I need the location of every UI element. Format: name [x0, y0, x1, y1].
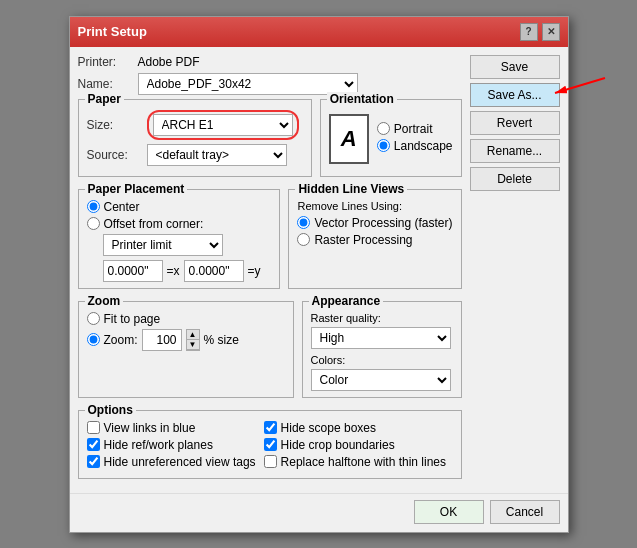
left-panel: Printer: Adobe PDF Name: Adobe_PDF_30x42…	[78, 55, 462, 485]
portrait-radio[interactable]	[377, 122, 390, 135]
delete-button[interactable]: Delete	[470, 167, 560, 191]
orientation-radios: Portrait Landscape	[377, 122, 453, 156]
zoom-down-button[interactable]: ▼	[187, 340, 199, 350]
placement-options: Center Offset from corner: Printer limit	[87, 200, 272, 282]
hidden-line-section: Hidden Line Views Remove Lines Using: Ve…	[288, 189, 461, 289]
hide-crop-checkbox[interactable]	[264, 438, 277, 451]
fit-to-page-radio[interactable]	[87, 312, 100, 325]
center-row: Center	[87, 200, 272, 214]
cancel-button[interactable]: Cancel	[490, 500, 560, 524]
rename-button[interactable]: Rename...	[470, 139, 560, 163]
zoom-up-button[interactable]: ▲	[187, 330, 199, 340]
offset-label: Offset from corner:	[104, 217, 204, 231]
replace-halftone-row: Replace halftone with thin lines	[264, 455, 446, 469]
zoom-section: Zoom Fit to page Zoom: ▲	[78, 301, 294, 398]
raster-radio[interactable]	[297, 233, 310, 246]
name-label: Name:	[78, 77, 138, 91]
red-arrow-annotation	[545, 73, 615, 108]
hide-scope-checkbox[interactable]	[264, 421, 277, 434]
title-bar-buttons: ? ✕	[520, 23, 560, 41]
paper-size-outline: ARCH E1 Letter A4	[147, 110, 299, 140]
hide-crop-label: Hide crop boundaries	[281, 438, 395, 452]
raster-quality-select[interactable]: High Medium Low	[311, 327, 451, 349]
zoom-label: Zoom:	[104, 333, 138, 347]
paper-orientation-section: Paper Size: ARCH E1 Letter A4 Source:	[78, 99, 462, 183]
size-label: Size:	[87, 118, 147, 132]
options-right-col: Hide scope boxes Hide crop boundaries Re…	[264, 421, 446, 472]
view-links-checkbox[interactable]	[87, 421, 100, 434]
hide-unreferenced-label: Hide unreferenced view tags	[104, 455, 256, 469]
options-section: Options View links in blue Hide ref/work…	[78, 410, 462, 479]
dialog-body: Printer: Adobe PDF Name: Adobe_PDF_30x42…	[70, 47, 568, 493]
y-label: =y	[248, 264, 261, 278]
zoom-options: Fit to page Zoom: ▲ ▼ % siz	[87, 312, 285, 351]
name-row: Name: Adobe_PDF_30x42	[78, 73, 462, 95]
hide-ref-row: Hide ref/work planes	[87, 438, 256, 452]
printer-value: Adobe PDF	[138, 55, 200, 69]
options-section-label: Options	[85, 403, 136, 417]
zoom-value-input[interactable]	[142, 329, 182, 351]
paper-source-row: Source: <default tray>	[87, 144, 303, 166]
appearance-section: Appearance Raster quality: High Medium L…	[302, 301, 462, 398]
print-setup-dialog: Print Setup ? ✕ Printer: Adobe PDF Name:…	[69, 16, 569, 533]
percent-label: % size	[204, 333, 239, 347]
hide-scope-label: Hide scope boxes	[281, 421, 376, 435]
options-left-col: View links in blue Hide ref/work planes …	[87, 421, 256, 472]
paper-size-select[interactable]: ARCH E1 Letter A4	[153, 114, 293, 136]
hide-crop-row: Hide crop boundaries	[264, 438, 446, 452]
hide-ref-checkbox[interactable]	[87, 438, 100, 451]
printer-row: Printer: Adobe PDF	[78, 55, 462, 69]
help-button[interactable]: ?	[520, 23, 538, 41]
printer-label: Printer:	[78, 55, 138, 69]
view-links-row: View links in blue	[87, 421, 256, 435]
landscape-row: Landscape	[377, 139, 453, 153]
offset-limit-select[interactable]: Printer limit	[103, 234, 223, 256]
orientation-section-label: Orientation	[327, 92, 397, 106]
zoom-section-label: Zoom	[85, 294, 124, 308]
revert-button[interactable]: Revert	[470, 111, 560, 135]
appearance-options: Raster quality: High Medium Low Colors: …	[311, 312, 453, 391]
portrait-label: Portrait	[394, 122, 433, 136]
close-button[interactable]: ✕	[542, 23, 560, 41]
zoom-radio[interactable]	[87, 333, 100, 346]
placement-hidden-section: Paper Placement Center Offset from corne…	[78, 189, 462, 295]
ok-button[interactable]: OK	[414, 500, 484, 524]
y-coord-input[interactable]	[184, 260, 244, 282]
coord-row: =x =y	[103, 260, 272, 282]
zoom-row: Zoom: ▲ ▼ % size	[87, 329, 285, 351]
hide-unreferenced-checkbox[interactable]	[87, 455, 100, 468]
hide-ref-label: Hide ref/work planes	[104, 438, 213, 452]
source-label: Source:	[87, 148, 147, 162]
x-label: =x	[167, 264, 180, 278]
view-links-label: View links in blue	[104, 421, 196, 435]
hide-unreferenced-row: Hide unreferenced view tags	[87, 455, 256, 469]
hidden-line-label: Hidden Line Views	[295, 182, 407, 196]
colors-label: Colors:	[311, 354, 453, 366]
paper-size-row: Size: ARCH E1 Letter A4	[87, 110, 303, 140]
raster-label: Raster Processing	[314, 233, 412, 247]
paper-placement-label: Paper Placement	[85, 182, 188, 196]
hidden-line-options: Remove Lines Using: Vector Processing (f…	[297, 200, 452, 247]
portrait-row: Portrait	[377, 122, 453, 136]
zoom-appearance-section: Zoom Fit to page Zoom: ▲	[78, 301, 462, 404]
printer-name-select[interactable]: Adobe_PDF_30x42	[138, 73, 358, 95]
x-coord-input[interactable]	[103, 260, 163, 282]
svg-line-1	[555, 78, 605, 93]
remove-lines-label: Remove Lines Using:	[297, 200, 452, 212]
offset-radio[interactable]	[87, 217, 100, 230]
colors-select[interactable]: Color Grayscale Black Lines	[311, 369, 451, 391]
orientation-icon: A	[329, 114, 369, 164]
replace-halftone-checkbox[interactable]	[264, 455, 277, 468]
paper-placement-section: Paper Placement Center Offset from corne…	[78, 189, 281, 289]
paper-section-label: Paper	[85, 92, 124, 106]
orientation-section: Orientation A Portrait Landscape	[320, 99, 462, 177]
vector-label: Vector Processing (faster)	[314, 216, 452, 230]
center-radio[interactable]	[87, 200, 100, 213]
paper-section: Paper Size: ARCH E1 Letter A4 Source:	[78, 99, 312, 177]
fit-to-page-label: Fit to page	[104, 312, 161, 326]
paper-source-select[interactable]: <default tray>	[147, 144, 287, 166]
offset-row: Offset from corner:	[87, 217, 272, 231]
landscape-radio[interactable]	[377, 139, 390, 152]
vector-radio[interactable]	[297, 216, 310, 229]
save-as-container: Save As...	[470, 83, 560, 107]
